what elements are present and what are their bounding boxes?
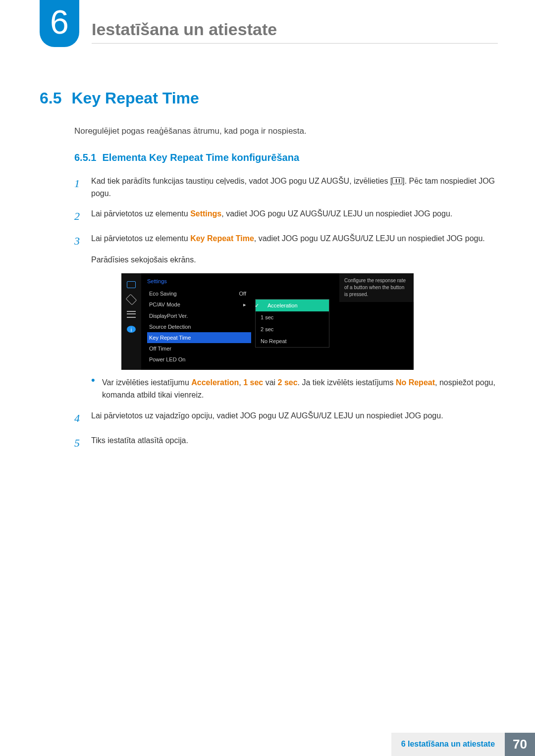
osd-sidebar: i: [121, 273, 141, 370]
step-text: Kad tiek parādīts funkcijas taustiņu ceļ…: [91, 175, 495, 200]
osd-help-text: Configure the response rate of a button …: [339, 273, 414, 302]
page-footer: 6 Iestatīšana un atiestate 70: [391, 733, 535, 756]
chapter-title: Iestatīšana un atiestate: [92, 20, 498, 44]
step-text: Lai pārvietotos uz elementu Settings, va…: [91, 208, 495, 225]
chapter-number-badge: 6: [40, 0, 79, 47]
osd-row-selected: Key Repeat Time: [147, 332, 251, 343]
info-icon: i: [127, 326, 136, 333]
step-number: 2: [74, 208, 91, 225]
osd-sub-item: 2 sec: [256, 323, 329, 335]
osd-row: Off Timer: [147, 343, 251, 354]
osd-row: Power LED On: [147, 354, 251, 365]
section-number: 6.5: [40, 89, 61, 107]
list-icon: [127, 311, 136, 318]
osd-row: DisplayPort Ver.: [147, 310, 251, 321]
direction-icon: [126, 294, 137, 305]
step-number: 1: [74, 175, 91, 200]
osd-row: Eco SavingOff: [147, 288, 251, 299]
step-3: 3 Lai pārvietotos uz elementu Key Repeat…: [74, 233, 495, 250]
step-number: 3: [74, 233, 91, 250]
osd-screenshot: i Settings Eco SavingOff PC/AV Mode▸ Dis…: [121, 273, 414, 370]
section-title: Key Repeat Time: [71, 89, 199, 107]
osd-sub-item: 1 sec: [256, 311, 329, 323]
menu-icon: [392, 177, 402, 184]
step-text: Lai pārvietotos uz elementu Key Repeat T…: [91, 233, 495, 250]
page-content: 6.5Key Repeat Time Noregulējiet pogas re…: [40, 89, 495, 460]
bullet-dot-icon: •: [91, 377, 102, 402]
step-1: 1 Kad tiek parādīts funkcijas taustiņu c…: [74, 175, 495, 200]
footer-page-number: 70: [505, 733, 535, 756]
subsection-number: 6.5.1: [74, 152, 96, 163]
osd-row: PC/AV Mode▸: [147, 299, 251, 310]
footer-chapter: 6 Iestatīšana un atiestate: [391, 733, 505, 756]
monitor-icon: [127, 281, 136, 288]
subsection-title: Elementa Key Repeat Time konfigurēšana: [102, 152, 299, 163]
osd-main: Settings Eco SavingOff PC/AV Mode▸ Displ…: [141, 273, 339, 370]
step-2: 2 Lai pārvietotos uz elementu Settings, …: [74, 208, 495, 225]
bullet-text: Var izvēlēties iestatījumu Acceleration,…: [102, 377, 495, 402]
osd-submenu: Acceleration 1 sec 2 sec No Repeat: [255, 299, 329, 348]
section-intro: Noregulējiet pogas reaģēšanas ātrumu, ka…: [74, 126, 495, 136]
subsection-heading: 6.5.1Elementa Key Repeat Time konfigurēš…: [74, 152, 495, 163]
step-5: 5 Tiks iestatīta atlasītā opcija.: [74, 435, 495, 452]
osd-title: Settings: [147, 276, 339, 288]
bullet-note: • Var izvēlēties iestatījumu Acceleratio…: [91, 377, 495, 402]
step-4: 4 Lai pārvietotos uz vajadzīgo opciju, v…: [74, 410, 495, 427]
section-heading: 6.5Key Repeat Time: [40, 89, 495, 107]
osd-sub-item: No Repeat: [256, 335, 329, 347]
step-number: 4: [74, 410, 91, 427]
step-text: Tiks iestatīta atlasītā opcija.: [91, 435, 495, 452]
step-number: 5: [74, 435, 91, 452]
step-text: Lai pārvietotos uz vajadzīgo opciju, vad…: [91, 410, 495, 427]
osd-sub-selected: Acceleration: [256, 300, 329, 311]
step-3-note: Parādīsies sekojošais ekrāns.: [91, 255, 495, 264]
osd-row: Source Detection: [147, 321, 251, 332]
